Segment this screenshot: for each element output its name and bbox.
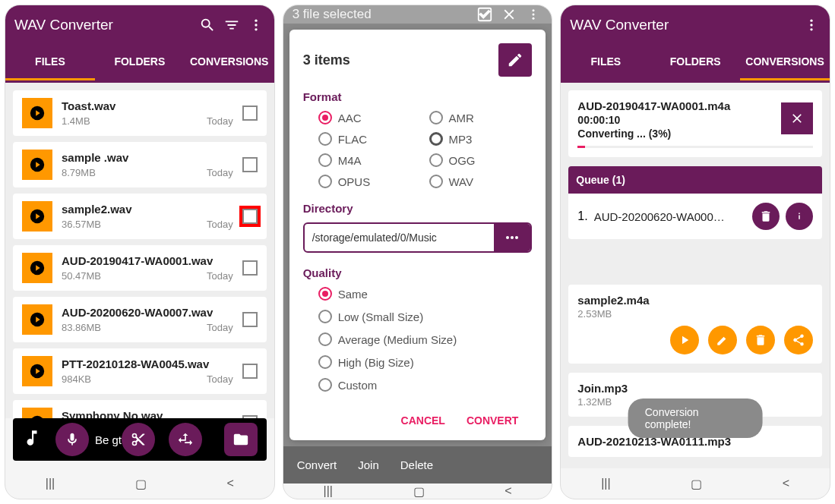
nav-home-icon[interactable]: ▢ — [413, 484, 425, 499]
play-icon[interactable] — [22, 408, 52, 418]
file-checkbox[interactable] — [242, 260, 258, 276]
nav-recents-icon[interactable]: ||| — [601, 477, 610, 490]
file-checkbox[interactable] — [242, 106, 258, 121]
file-date: Today — [207, 322, 233, 333]
tab-conversions[interactable]: CONVERSIONS — [185, 45, 274, 80]
converting-time: 00:00:10 — [577, 114, 813, 126]
result-name: Join.mp3 — [577, 382, 813, 395]
nav-back-icon[interactable]: < — [504, 484, 511, 498]
toast: Conversion complete! — [628, 398, 763, 438]
tab-conversions[interactable]: CONVERSIONS — [740, 45, 830, 80]
play-button[interactable] — [670, 326, 699, 354]
bottom-text: Be gt — [95, 433, 122, 446]
cut-button[interactable] — [122, 423, 155, 456]
svg-point-15 — [515, 236, 518, 239]
nav-home-icon[interactable]: ▢ — [135, 477, 147, 491]
tab-files[interactable]: FILES — [5, 45, 95, 80]
file-row: sample2.wav 36.57MBToday — [13, 194, 267, 239]
appbar: WAV Converter — [561, 5, 830, 45]
nav-home-icon[interactable]: ▢ — [691, 477, 702, 491]
quality-option[interactable]: Low (Small Size) — [318, 310, 533, 323]
queue-header: Queue (1) — [568, 166, 822, 194]
quality-option[interactable]: Same — [318, 287, 533, 301]
format-option-wav[interactable]: WAV — [429, 175, 533, 188]
svg-point-11 — [533, 14, 535, 16]
svg-point-1 — [255, 24, 257, 26]
cancel-button[interactable]: CANCEL — [401, 414, 445, 427]
file-size: 50.47MB — [62, 270, 101, 282]
file-list: Toast.wav 1.4MBToday sample .wav 8.79MBT… — [5, 83, 274, 418]
file-row: AUD-20190417-WA0001.wav 50.47MBToday — [13, 245, 267, 291]
convert-button[interactable]: CONVERT — [467, 414, 518, 427]
svg-point-0 — [255, 20, 257, 22]
directory-input[interactable]: /storage/emulated/0/Music — [305, 224, 495, 251]
play-icon[interactable] — [22, 98, 52, 128]
tab-folders[interactable]: FOLDERS — [95, 45, 185, 80]
nav-recents-icon[interactable]: ||| — [323, 484, 332, 498]
play-icon[interactable] — [22, 304, 52, 335]
file-checkbox[interactable] — [242, 209, 258, 224]
progress-bar — [577, 146, 813, 148]
edit-button[interactable] — [708, 326, 737, 354]
format-option-mp3[interactable]: MP3 — [429, 132, 533, 146]
menu-delete[interactable]: Delete — [400, 458, 433, 471]
menu-convert[interactable]: Convert — [297, 458, 337, 471]
merge-button[interactable] — [169, 423, 202, 456]
screen-conversions: WAV Converter FILES FOLDERS CONVERSIONS … — [560, 5, 830, 499]
nav-back-icon[interactable]: < — [783, 477, 789, 490]
delete-button[interactable] — [746, 326, 775, 354]
file-date: Today — [207, 219, 233, 230]
filter-icon[interactable] — [223, 16, 241, 34]
play-icon[interactable] — [22, 356, 52, 386]
file-checkbox[interactable] — [242, 157, 258, 172]
checkbox-icon[interactable] — [476, 5, 494, 24]
dialog-overlay: 3 items Format AACAMRFLACMP3M4AOGGOPUSWA… — [283, 24, 552, 484]
quality-option[interactable]: Custom — [318, 378, 533, 392]
mic-button[interactable] — [55, 423, 89, 456]
file-checkbox[interactable] — [242, 364, 258, 379]
format-option-ogg[interactable]: OGG — [429, 153, 533, 167]
rename-button[interactable] — [498, 43, 532, 77]
bottom-menu: Convert Join Delete — [283, 446, 552, 484]
file-size: 36.57MB — [62, 219, 101, 230]
play-icon[interactable] — [22, 253, 52, 283]
format-option-amr[interactable]: AMR — [429, 111, 533, 124]
play-icon[interactable] — [22, 150, 52, 180]
format-option-flac[interactable]: FLAC — [318, 132, 422, 146]
folder-button[interactable] — [224, 423, 258, 456]
file-row: AUD-20200620-WA0007.wav 83.86MBToday — [13, 297, 267, 342]
quality-options: SameLow (Small Size)Average (Medium Size… — [303, 287, 533, 392]
svg-point-10 — [533, 9, 535, 11]
nav-recents-icon[interactable]: ||| — [46, 477, 55, 490]
close-icon[interactable] — [500, 5, 518, 24]
play-icon[interactable] — [22, 201, 52, 232]
quality-label: Quality — [303, 266, 533, 279]
format-option-aac[interactable]: AAC — [318, 111, 422, 124]
quality-option[interactable]: High (Big Size) — [318, 355, 533, 369]
cancel-conversion-button[interactable] — [781, 102, 813, 134]
file-name: sample .wav — [62, 151, 233, 164]
menu-icon[interactable] — [802, 16, 821, 34]
search-icon[interactable] — [198, 16, 217, 34]
format-option-opus[interactable]: OPUS — [318, 175, 422, 188]
menu-icon[interactable] — [247, 16, 265, 34]
selection-appbar: 3 file selected — [283, 5, 552, 24]
menu-icon[interactable] — [524, 5, 542, 24]
file-checkbox[interactable] — [242, 312, 258, 327]
tab-folders[interactable]: FOLDERS — [650, 45, 740, 80]
tab-files[interactable]: FILES — [561, 45, 650, 80]
music-icon[interactable] — [22, 428, 42, 451]
queue-delete-button[interactable] — [752, 203, 780, 230]
queue-info-button[interactable] — [786, 203, 813, 230]
file-name: Symphony No.wav — [62, 409, 233, 418]
menu-join[interactable]: Join — [358, 458, 379, 471]
format-option-m4a[interactable]: M4A — [318, 153, 422, 167]
file-row: Symphony No.wav 122.48MBToday — [13, 400, 267, 418]
svg-point-12 — [533, 17, 535, 20]
nav-back-icon[interactable]: < — [226, 477, 233, 490]
quality-option[interactable]: Average (Medium Size) — [318, 332, 533, 346]
android-navbar: ||| ▢ < — [283, 484, 552, 499]
share-button[interactable] — [784, 326, 813, 354]
android-navbar: ||| ▢ < — [5, 468, 274, 499]
directory-browse-button[interactable] — [494, 224, 530, 251]
